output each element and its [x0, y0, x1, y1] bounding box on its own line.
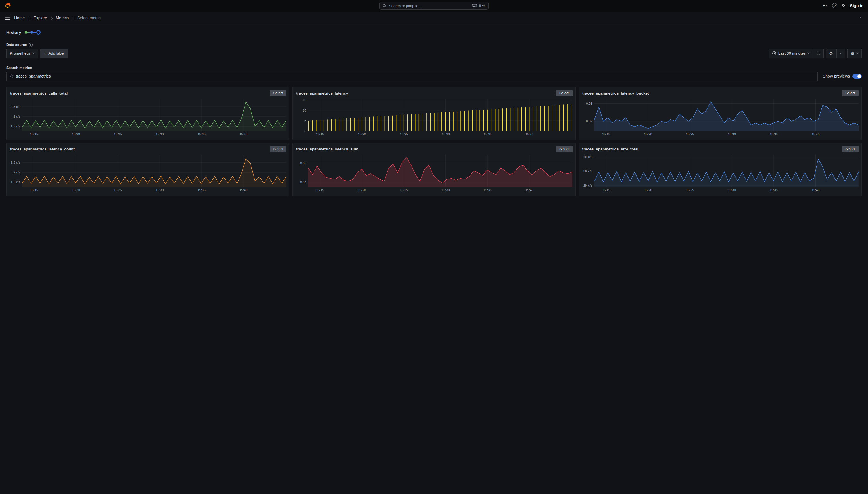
chevron-down-icon [839, 52, 842, 54]
x-tick-label: 15:25 [686, 188, 694, 192]
show-previews-label: Show previews [823, 74, 850, 78]
panel-title: traces_spanmetrics_latency_bucket [582, 91, 649, 95]
panel-title: traces_spanmetrics_latency_count [10, 147, 75, 151]
y-tick-label: 3K c/s [584, 169, 592, 173]
add-menu-button[interactable]: + [823, 3, 828, 8]
clock-icon [772, 51, 776, 56]
select-button[interactable]: Select [270, 90, 287, 96]
x-tick-label: 15:15 [30, 188, 38, 192]
y-tick-label: 2.5 c/s [11, 105, 20, 109]
x-tick-label: 15:35 [770, 133, 778, 136]
search-icon [9, 74, 14, 78]
metrics-search-wrap [6, 72, 818, 81]
chart-plot [594, 99, 859, 131]
zoom-out-button[interactable] [813, 49, 824, 58]
x-tick-label: 15:30 [442, 133, 450, 136]
panel-title: traces_spanmetrics_latency [296, 91, 348, 95]
refresh-button[interactable]: ⟳ [826, 49, 837, 58]
breadcrumb-metrics[interactable]: Metrics [56, 16, 69, 20]
select-button[interactable]: Select [842, 90, 859, 96]
refresh-interval-dropdown[interactable] [837, 49, 845, 58]
main-content: History Data source i Prometheus + Add l… [0, 24, 868, 207]
x-tick-label: 15:40 [239, 133, 248, 136]
x-tick-label: 15:20 [644, 188, 652, 192]
x-tick-label: 15:30 [728, 133, 736, 136]
datasource-picker[interactable]: Prometheus [6, 49, 38, 58]
show-previews-toggle[interactable] [852, 74, 862, 79]
select-button[interactable]: Select [556, 90, 573, 96]
axis-spacer [8, 132, 22, 137]
breadcrumb-home[interactable]: Home [14, 16, 25, 20]
x-tick-label: 15:20 [644, 133, 652, 136]
news-button[interactable] [841, 3, 846, 8]
search-metrics-label: Search metrics [6, 66, 32, 70]
chart-area: 2.5 c/s2 c/s1.5 c/s [8, 155, 286, 187]
y-tick-label: 1.5 c/s [11, 180, 20, 184]
collapse-controls-button[interactable] [858, 14, 863, 22]
x-tick-label: 15:40 [526, 133, 533, 136]
axis-spacer [294, 188, 308, 193]
chevron-right-icon [72, 17, 74, 19]
chart-plot [22, 155, 286, 187]
x-tick-label: 15:25 [400, 133, 408, 136]
panel-title: traces_spanmetrics_latency_sum [296, 147, 358, 151]
history-step-icon [25, 31, 27, 34]
refresh-icon: ⟳ [829, 51, 833, 56]
select-button[interactable]: Select [842, 146, 859, 152]
refresh-group: ⟳ [826, 49, 845, 58]
metrics-search-input[interactable] [16, 74, 814, 78]
top-search-box[interactable]: Search or jump to... ⌘+k [379, 2, 489, 10]
y-tick-label: 15 [303, 98, 306, 102]
chart-plot [22, 99, 286, 131]
y-tick-label: 2 c/s [14, 115, 20, 118]
add-label-text: Add label [48, 51, 64, 56]
x-axis: 15:1515:2015:2515:3015:3515:40 [594, 188, 859, 193]
select-button[interactable]: Select [556, 146, 573, 152]
chart-area: 4K c/s3K c/s2K c/s [580, 155, 859, 187]
search-row: Show previews [6, 72, 862, 81]
history-timeline[interactable] [25, 30, 41, 35]
x-axis: 15:1515:2015:2515:3015:3515:40 [594, 132, 859, 137]
y-tick-label: 4K c/s [584, 155, 592, 158]
menu-toggle-button[interactable] [5, 16, 10, 20]
history-button[interactable]: History [6, 30, 21, 35]
select-button[interactable]: Select [270, 146, 287, 152]
breadcrumb-select-metric: Select metric [77, 16, 101, 20]
x-tick-label: 15:35 [770, 188, 778, 192]
time-range-picker[interactable]: Last 30 minutes [769, 49, 813, 58]
metrics-grid: traces_spanmetrics_calls_total Select 2.… [6, 87, 862, 196]
x-tick-label: 15:40 [812, 133, 820, 136]
gear-icon: ⚙ [851, 51, 854, 56]
metric-panel: traces_spanmetrics_size_total Select 4K … [578, 143, 862, 196]
datasource-picker-value: Prometheus [10, 51, 31, 56]
shortcut-text: ⌘+k [478, 4, 486, 8]
sign-in-link[interactable]: Sign in [850, 3, 863, 8]
chevron-up-icon [860, 17, 862, 19]
metric-panel: traces_spanmetrics_latency Select 151050… [292, 87, 575, 140]
panel-title: traces_spanmetrics_size_total [582, 147, 639, 151]
grafana-logo[interactable] [5, 3, 11, 9]
breadcrumb-explore[interactable]: Explore [33, 16, 47, 20]
x-tick-label: 15:30 [728, 188, 736, 192]
breadcrumb-separator [28, 16, 30, 20]
x-tick-label: 15:25 [114, 133, 122, 136]
panel-title: traces_spanmetrics_calls_total [10, 91, 67, 95]
y-axis: 2.5 c/s2 c/s1.5 c/s [8, 99, 22, 131]
chevron-right-icon [50, 17, 53, 19]
y-tick-label: 0.06 [300, 162, 306, 165]
y-tick-label: 2.5 c/s [11, 161, 20, 164]
chart-plot [308, 155, 572, 187]
x-tick-label: 15:40 [526, 188, 533, 192]
history-step-icon [31, 31, 33, 34]
chart-plot [594, 155, 859, 187]
breadcrumb-separator [51, 16, 52, 20]
help-button[interactable]: ? [832, 3, 837, 8]
info-icon[interactable]: i [29, 43, 33, 47]
add-label-button[interactable]: + Add label [40, 49, 68, 58]
x-tick-label: 15:25 [114, 188, 122, 192]
settings-button[interactable]: ⚙ [847, 49, 862, 58]
axis-spacer [580, 132, 594, 137]
x-tick-label: 15:15 [602, 133, 610, 136]
x-tick-label: 15:15 [316, 188, 324, 192]
time-controls-group: Last 30 minutes [769, 49, 824, 58]
